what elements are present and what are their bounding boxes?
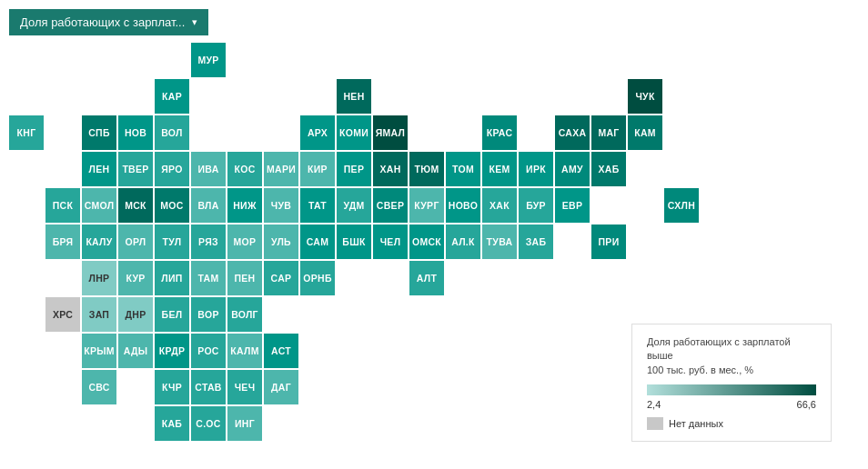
tile-region[interactable]: КРДР — [155, 334, 189, 368]
tile-region[interactable]: КАЛМ — [227, 334, 262, 368]
tile-region[interactable]: СВС — [82, 370, 116, 404]
tile-region[interactable]: КРЫМ — [82, 334, 116, 368]
tile-region[interactable]: ЧЕЛ — [373, 225, 408, 259]
chevron-down-icon: ▾ — [192, 16, 197, 28]
tile-region[interactable]: ВОЛ — [155, 115, 189, 150]
tile-region[interactable]: НОВО — [446, 188, 480, 223]
tile-region[interactable]: ДАГ — [264, 370, 298, 404]
tile-region[interactable]: АДЫ — [118, 334, 153, 368]
tile-region[interactable]: КНГ — [9, 115, 44, 150]
legend-nodata-label: Нет данных — [669, 418, 723, 429]
tile-region[interactable]: ТАТ — [300, 188, 335, 223]
legend-nodata: Нет данных — [647, 417, 816, 430]
tile-region[interactable]: КУРГ — [409, 188, 444, 223]
tile-region[interactable]: ТЮМ — [409, 152, 444, 186]
tile-region[interactable]: ЛИП — [155, 261, 189, 295]
legend-box: Доля работающих с зарплатой выше100 тыс.… — [631, 324, 832, 442]
tile-region[interactable]: МАРИ — [264, 152, 298, 186]
legend-max: 66,6 — [797, 399, 816, 410]
tile-region[interactable]: ПСК — [45, 188, 80, 223]
tile-region[interactable]: ХРС — [45, 297, 80, 332]
tile-region[interactable]: ТАМ — [191, 261, 226, 295]
tile-region[interactable]: КИР — [300, 152, 335, 186]
tile-region[interactable]: РОС — [191, 334, 226, 368]
tile-region[interactable]: ТВЕР — [118, 152, 153, 186]
tile-region[interactable]: НОВ — [118, 115, 153, 150]
tile-region[interactable]: ПЕН — [227, 261, 262, 295]
tile-region[interactable]: ЕВР — [555, 188, 590, 223]
tile-region[interactable]: ОРЛ — [118, 225, 153, 259]
tile-region[interactable]: БРЯ — [45, 225, 80, 259]
legend-nodata-box — [647, 417, 663, 430]
tile-region[interactable]: ЛЕН — [82, 152, 116, 186]
tile-region[interactable]: ЧУК — [628, 79, 662, 114]
tile-region[interactable]: САР — [264, 261, 298, 295]
tile-region[interactable]: БЕЛ — [155, 297, 189, 332]
tile-region[interactable]: АЛ.К — [446, 225, 480, 259]
tile-region[interactable]: КАБ — [155, 406, 189, 441]
tile-region[interactable]: КАР — [155, 79, 189, 114]
tile-region[interactable]: ИРК — [519, 152, 553, 186]
tile-region[interactable]: СМОЛ — [82, 188, 116, 223]
tile-region[interactable]: СТАВ — [191, 370, 226, 404]
tile-region[interactable]: ЗАП — [82, 297, 116, 332]
tile-region[interactable]: ЯМАЛ — [373, 115, 408, 150]
tile-row: МУР — [9, 43, 859, 77]
tile-region[interactable]: КОМИ — [337, 115, 371, 150]
legend-title: Доля работающих с зарплатой выше100 тыс.… — [647, 335, 816, 377]
tile-region[interactable]: ОМСК — [409, 225, 444, 259]
tile-region[interactable]: ХАК — [482, 188, 517, 223]
tile-region[interactable]: УДМ — [337, 188, 371, 223]
tile-region[interactable]: МОР — [227, 225, 262, 259]
tile-region[interactable]: САХА — [555, 115, 590, 150]
tile-region[interactable]: ВОЛГ — [227, 297, 262, 332]
tile-region[interactable]: НИЖ — [227, 188, 262, 223]
tile-region[interactable]: УЛЬ — [264, 225, 298, 259]
tile-region[interactable]: НЕН — [337, 79, 371, 114]
tile-region[interactable]: КАЛУ — [82, 225, 116, 259]
tile-region[interactable]: СХЛН — [664, 188, 699, 223]
tile-region[interactable]: С.ОС — [191, 406, 226, 441]
tile-region[interactable]: РЯЗ — [191, 225, 226, 259]
tile-region[interactable]: ВЛА — [191, 188, 226, 223]
tile-region[interactable]: ТУЛ — [155, 225, 189, 259]
tile-region[interactable]: ПЕР — [337, 152, 371, 186]
tile-region[interactable]: КОС — [227, 152, 262, 186]
dropdown-button[interactable]: Доля работающих с зарплат... ▾ — [9, 9, 208, 35]
tile-region[interactable]: КРАС — [482, 115, 517, 150]
tile-region[interactable]: МУР — [191, 43, 226, 77]
tile-region[interactable]: КЕМ — [482, 152, 517, 186]
tile-region[interactable]: СПБ — [82, 115, 116, 150]
tile-region[interactable]: ИНГ — [227, 406, 262, 441]
tile-region[interactable]: АЛТ — [409, 261, 444, 295]
tile-region[interactable]: ЯРО — [155, 152, 189, 186]
tile-region[interactable]: ПРИ — [591, 225, 626, 259]
tile-region[interactable]: КУР — [118, 261, 153, 295]
tile-region[interactable]: ЗАБ — [519, 225, 553, 259]
tile-region[interactable]: МОС — [155, 188, 189, 223]
map-container: Доля работающих с зарплат... ▾ МУРКАРНЕН… — [0, 0, 868, 469]
tile-region[interactable]: МСК — [118, 188, 153, 223]
tile-region[interactable]: ТОМ — [446, 152, 480, 186]
tile-region[interactable]: ДНР — [118, 297, 153, 332]
tile-region[interactable]: ЛНР — [82, 261, 116, 295]
tile-region[interactable]: КАМ — [628, 115, 662, 150]
tile-region[interactable]: АСТ — [264, 334, 298, 368]
tile-region[interactable]: АМУ — [555, 152, 590, 186]
tile-region[interactable]: ЧУВ — [264, 188, 298, 223]
tile-region[interactable]: ИВА — [191, 152, 226, 186]
tile-region[interactable]: МАГ — [591, 115, 626, 150]
tile-region[interactable]: ВОР — [191, 297, 226, 332]
tile-region[interactable]: БШК — [337, 225, 371, 259]
tile-region[interactable]: АРХ — [300, 115, 335, 150]
tile-region[interactable]: ТУВА — [482, 225, 517, 259]
tile-row: ЛНРКУРЛИПТАМПЕНСАРОРНБАЛТ — [9, 261, 859, 295]
tile-region[interactable]: ХАН — [373, 152, 408, 186]
tile-region[interactable]: БУР — [519, 188, 553, 223]
tile-region[interactable]: ХАБ — [591, 152, 626, 186]
tile-region[interactable]: САМ — [300, 225, 335, 259]
tile-region[interactable]: ОРНБ — [300, 261, 335, 295]
tile-region[interactable]: ЧЕЧ — [227, 370, 262, 404]
tile-region[interactable]: СВЕР — [373, 188, 408, 223]
tile-region[interactable]: КЧР — [155, 370, 189, 404]
